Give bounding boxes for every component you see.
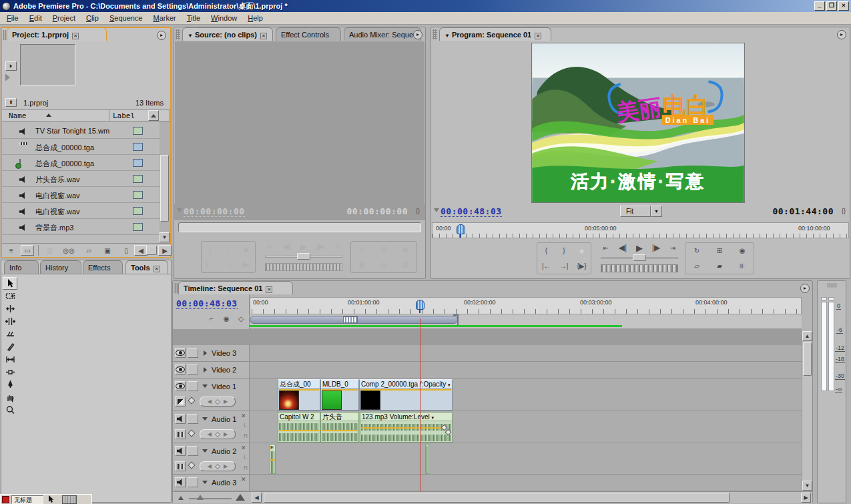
track-name[interactable]: Audio 2 xyxy=(212,447,236,455)
label-swatch[interactable] xyxy=(133,159,143,167)
menu-help[interactable]: Help xyxy=(242,13,268,23)
scrollbar-thumb[interactable] xyxy=(160,155,169,222)
tab-effects[interactable]: Effects xyxy=(83,260,123,274)
panel-dropdown-icon[interactable]: ▼ xyxy=(188,33,193,39)
scroll-down-icon[interactable]: ▼ xyxy=(802,481,812,491)
shuttle-thumb[interactable] xyxy=(633,254,646,261)
zoom-level-dropdown-icon[interactable]: ▼ xyxy=(651,206,662,217)
panel-grip[interactable] xyxy=(827,283,837,288)
menu-project[interactable]: Project xyxy=(47,13,81,23)
menu-window[interactable]: Window xyxy=(206,13,242,23)
tab-project[interactable]: Project: 1.prproj× xyxy=(7,27,107,41)
track-video2[interactable] xyxy=(250,362,802,379)
project-row[interactable]: TV Star Tonight 15.wm xyxy=(2,123,160,139)
track-lock-toggle[interactable] xyxy=(188,477,198,487)
jog-disk[interactable] xyxy=(265,263,342,271)
set-in-icon[interactable]: { xyxy=(204,244,217,255)
add-keyframe-icon[interactable] xyxy=(215,431,220,437)
source-current-timecode[interactable]: 00:00:00:00 xyxy=(184,206,245,217)
next-keyframe-icon[interactable]: ▶ xyxy=(224,463,228,469)
poster-frame-button[interactable] xyxy=(5,61,17,71)
volume-rubber-band[interactable] xyxy=(279,430,319,431)
panel-menu-icon[interactable]: ▸ xyxy=(157,31,166,40)
timeline-ruler[interactable]: 00:00 00:01:00:00 00:02:00:00 00:03:00:0… xyxy=(250,297,802,314)
close-icon[interactable]: × xyxy=(535,33,541,39)
close-button[interactable]: × xyxy=(838,1,849,11)
set-display-style-icon[interactable] xyxy=(175,429,186,439)
insert-icon[interactable]: ▣ xyxy=(355,260,368,270)
program-playhead[interactable] xyxy=(457,224,465,234)
up-one-level-icon[interactable]: ⬆ xyxy=(5,98,17,107)
tool-zoom[interactable] xyxy=(3,404,17,417)
list-view-icon[interactable]: ≡ xyxy=(5,245,18,256)
next-keyframe-icon[interactable]: ▶ xyxy=(224,399,228,405)
column-name[interactable]: Name xyxy=(9,111,27,120)
automate-to-sequence-icon[interactable]: ▥ xyxy=(43,245,57,256)
step-forward-icon[interactable]: |▶ xyxy=(649,242,663,253)
menu-marker[interactable]: Marker xyxy=(148,13,182,23)
audio-breakout-icon[interactable]: ✕ xyxy=(241,413,246,419)
add-keyframe-icon[interactable] xyxy=(215,463,220,469)
expand-track-icon[interactable] xyxy=(204,350,207,356)
tool-razor[interactable] xyxy=(3,340,17,353)
panel-dropdown-icon[interactable]: ▼ xyxy=(445,33,450,39)
scroll-right-icon[interactable]: ▶ xyxy=(158,245,172,256)
tab-timeline[interactable]: Timeline: Sequence 01× xyxy=(178,281,293,294)
tool-ripple-edit[interactable] xyxy=(3,302,17,315)
track-name[interactable]: Video 2 xyxy=(212,366,236,374)
close-icon[interactable]: × xyxy=(154,266,160,272)
project-row[interactable]: 电白视窗.wav xyxy=(2,187,160,203)
toggle-track-output-icon[interactable] xyxy=(175,381,186,391)
scroll-down-icon[interactable]: ▼ xyxy=(160,232,170,242)
column-label[interactable]: Label xyxy=(113,111,135,120)
clip-audio-sliver[interactable] xyxy=(425,444,429,474)
clip-video[interactable]: Comp 2_00000.tga /:Opacity ▾ xyxy=(359,379,453,411)
collapse-track-icon[interactable] xyxy=(202,481,208,484)
clip-fx-dropdown-icon[interactable]: ▾ xyxy=(432,415,435,420)
lift-icon[interactable]: ▱ xyxy=(690,261,703,272)
overlay-icon[interactable]: ▤ xyxy=(377,260,390,270)
menu-file[interactable]: File xyxy=(1,13,24,23)
tool-track-select[interactable] xyxy=(3,290,17,302)
tool-slip[interactable] xyxy=(3,353,17,366)
jog-disk[interactable] xyxy=(601,264,678,272)
collapse-track-icon[interactable] xyxy=(202,449,208,453)
tool-selection[interactable] xyxy=(3,277,17,290)
track-name[interactable]: Video 3 xyxy=(212,349,236,357)
track-audio1[interactable]: Capitol W 2 片头音 123.mp3 Volume:Level ▾ xyxy=(250,411,802,443)
tab-tools[interactable]: Tools× xyxy=(125,260,168,274)
scroll-up-icon[interactable] xyxy=(148,110,159,121)
program-ruler-ticks[interactable] xyxy=(433,234,848,238)
output-icon[interactable]: ◉ xyxy=(736,246,749,256)
zoom-slider-thumb[interactable] xyxy=(197,495,204,500)
menu-clip[interactable]: Clip xyxy=(81,13,104,23)
goto-out-icon[interactable]: →| xyxy=(557,261,571,272)
track-lock-toggle[interactable] xyxy=(188,414,198,424)
track-lock-toggle[interactable] xyxy=(188,381,198,391)
set-out-icon[interactable]: } xyxy=(222,244,235,255)
track-name[interactable]: Video 1 xyxy=(212,383,236,391)
track-audio2[interactable]: E xyxy=(250,443,802,475)
audio-breakout-icon[interactable]: ✕ xyxy=(241,445,246,451)
tab-history[interactable]: History xyxy=(40,260,81,274)
set-in-icon[interactable]: { xyxy=(539,246,553,256)
snap-icon[interactable]: ⌐ xyxy=(205,313,218,324)
label-swatch[interactable] xyxy=(133,207,143,215)
scroll-left-icon[interactable]: ◀ xyxy=(252,493,262,503)
step-back-icon[interactable]: ◀| xyxy=(616,242,629,253)
menu-edit[interactable]: Edit xyxy=(24,13,47,23)
show-keyframes-icon[interactable] xyxy=(188,397,195,404)
clip-audio-narrow[interactable]: E xyxy=(270,444,276,474)
tab-effect-controls[interactable]: Effect Controls xyxy=(276,27,341,41)
tab-source[interactable]: ▼ Source: (no clips)× xyxy=(182,27,273,41)
menu-title[interactable]: Title xyxy=(182,13,206,23)
scrollbar-thumb[interactable] xyxy=(803,342,812,376)
new-item-icon[interactable]: ▣ xyxy=(101,245,114,256)
icon-view-icon[interactable]: ▭ xyxy=(21,245,34,256)
toggle-take-av-icon[interactable]: ▥ xyxy=(399,260,412,270)
source-scrub-bar[interactable] xyxy=(178,222,421,232)
track-audio3[interactable] xyxy=(250,475,802,491)
set-marker-icon[interactable]: ◆ xyxy=(240,244,253,255)
close-icon[interactable]: × xyxy=(72,33,79,39)
panel-grip[interactable] xyxy=(433,29,437,39)
